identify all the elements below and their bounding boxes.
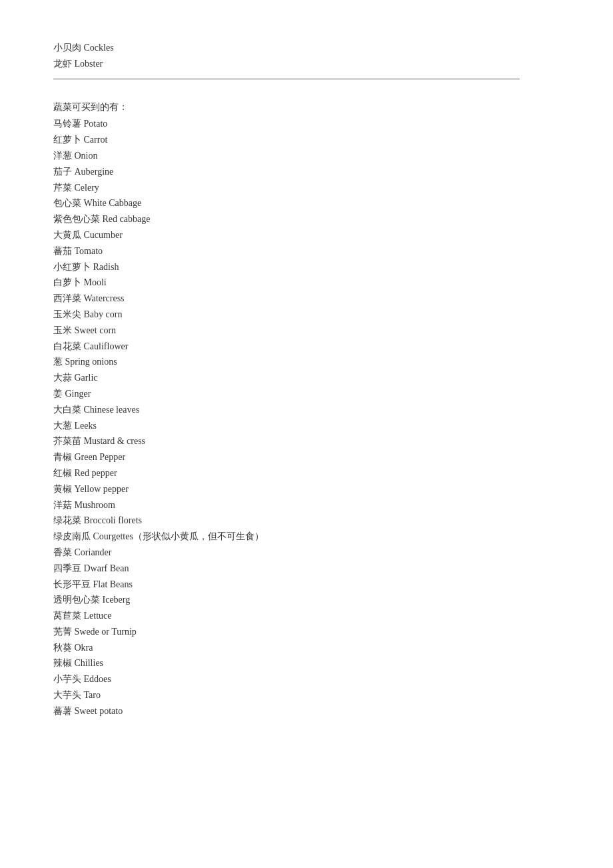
veg-item: 白花菜 Cauliflower [53, 339, 560, 355]
veg-item: 葱 Spring onions [53, 354, 560, 370]
veg-item: 蕃薯 Sweet potato [53, 703, 560, 719]
veg-item: 大蒜 Garlic [53, 370, 560, 386]
veg-item: 茄子 Aubergine [53, 164, 560, 180]
veg-item: 秋葵 Okra [53, 640, 560, 656]
veg-item: 黄椒 Yellow pepper [53, 481, 560, 497]
veg-item: 绿皮南瓜 Courgettes（形状似小黄瓜，但不可生食） [53, 529, 560, 545]
veg-item: 四季豆 Dwarf Bean [53, 561, 560, 577]
veg-item: 西洋菜 Watercress [53, 291, 560, 307]
veg-item: 蕃茄 Tomato [53, 243, 560, 259]
veg-item: 洋葱 Onion [53, 148, 560, 164]
veg-item: 玉米 Sweet corn [53, 323, 560, 339]
veg-item: 辣椒 Chillies [53, 655, 560, 671]
veg-item: 马铃薯 Potato [53, 116, 560, 132]
veg-item: 红椒 Red pepper [53, 465, 560, 481]
top-section: 小贝肉 Cockles 龙虾 Lobster [53, 40, 560, 72]
veg-item: 白萝卜 Mooli [53, 275, 560, 291]
veg-item: 包心菜 White Cabbage [53, 195, 560, 211]
veg-item: 姜 Ginger [53, 386, 560, 402]
veg-item: 青椒 Green Pepper [53, 449, 560, 465]
veg-item: 芹菜 Celery [53, 180, 560, 196]
top-item-lobster: 龙虾 Lobster [53, 56, 560, 72]
veg-item: 小芋头 Eddoes [53, 671, 560, 687]
veg-item: 绿花菜 Broccoli florets [53, 513, 560, 529]
veg-item: 大黄瓜 Cucumber [53, 227, 560, 243]
veg-item: 香菜 Coriander [53, 545, 560, 561]
veg-item: 洋菇 Mushroom [53, 497, 560, 513]
veg-item: 小红萝卜 Radish [53, 259, 560, 275]
vegetables-section: 蔬菜可买到的有： 马铃薯 Potato红萝卜 Carrot洋葱 Onion茄子 … [53, 99, 560, 719]
veg-item: 长形平豆 Flat Beans [53, 577, 560, 593]
veg-item: 大芋头 Taro [53, 687, 560, 703]
veg-item: 大白菜 Chinese leaves [53, 402, 560, 418]
veg-item: 透明包心菜 Iceberg [53, 592, 560, 608]
vegetables-list: 马铃薯 Potato红萝卜 Carrot洋葱 Onion茄子 Aubergine… [53, 116, 560, 719]
vegetables-header: 蔬菜可买到的有： [53, 99, 560, 115]
veg-item: 红萝卜 Carrot [53, 132, 560, 148]
top-item-cockles: 小贝肉 Cockles [53, 40, 560, 56]
divider [53, 79, 520, 79]
veg-item: 芜菁 Swede or Turnip [53, 624, 560, 640]
veg-item: 大葱 Leeks [53, 418, 560, 434]
veg-item: 紫色包心菜 Red cabbage [53, 211, 560, 227]
veg-item: 莴苣菜 Lettuce [53, 608, 560, 624]
veg-item: 玉米尖 Baby corn [53, 307, 560, 323]
veg-item: 芥菜苗 Mustard & cress [53, 433, 560, 449]
